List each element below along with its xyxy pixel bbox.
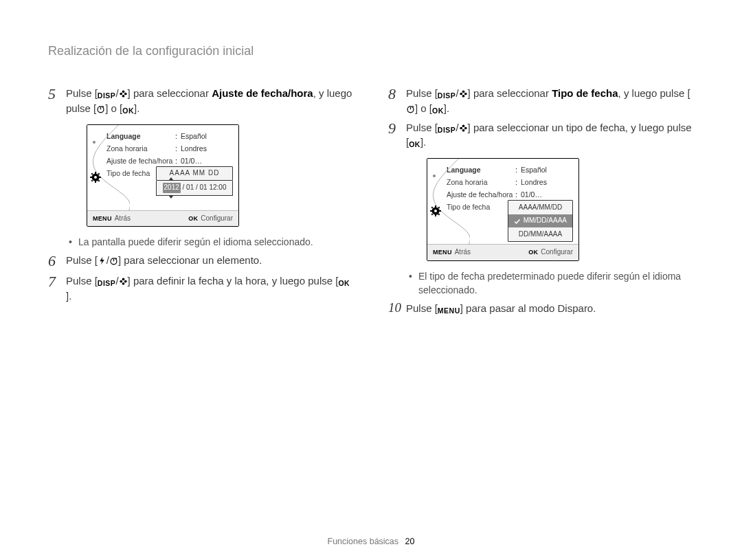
flash-icon [98,254,106,263]
text: ] para definir la fecha y la hora, y lue… [128,275,339,287]
svg-point-23 [124,280,126,283]
svg-point-3 [124,93,126,96]
value: Londres [521,177,547,188]
svg-point-25 [462,90,464,93]
back-hint: MENUAtrás [433,247,471,258]
svg-rect-13 [90,177,92,178]
step-6: 6 Pulse [/] para seleccionar un elemento… [48,253,354,269]
svg-point-27 [460,93,462,96]
lcd-row: Zona horaria:Londres [447,177,572,189]
svg-point-2 [120,93,122,96]
label: Configurar [541,248,573,256]
two-column-layout: 5 Pulse [DISP/] para seleccionar Ajuste … [48,82,694,320]
label: Ajuste de fecha/hora [106,156,175,166]
step-9: 9 Pulse [DISP/] para seleccionar un tipo… [388,120,694,150]
step-number: 10 [388,301,406,315]
svg-point-0 [122,90,124,93]
timer-icon [96,102,105,111]
label: Ajuste de fecha/hora [447,190,515,200]
flower-icon [459,122,468,131]
svg-point-32 [462,128,464,131]
label: Zona horaria [106,144,175,154]
text: ] o [ [105,102,122,114]
svg-rect-15 [91,172,93,175]
page-title: Realización de la configuración inicial [48,44,694,58]
check-icon [514,217,521,224]
flower-icon [459,87,468,96]
svg-rect-17 [91,179,93,181]
svg-point-37 [433,175,436,177]
svg-point-35 [462,127,464,129]
text: , y luego pulse [ [618,87,690,99]
note-text: El tipo de fecha predeterminado puede di… [418,269,694,298]
disp-key-icon: DISP [438,126,456,134]
page-number: 20 [405,537,415,546]
label: Atrás [455,248,471,256]
svg-point-34 [464,126,466,129]
lcd-footer: MENUAtrás OKConfigurar [427,244,578,260]
ok-key-icon: OK [432,107,444,115]
text: Pulse [ [406,122,438,133]
gear-icon [90,172,101,183]
left-column: 5 Pulse [DISP/] para seleccionar Ajuste … [48,82,354,320]
lcd-screen-type: Language:Español Zona horaria:Londres Aj… [427,158,579,261]
value: 01/0… [521,190,542,200]
step-number: 7 [48,273,66,290]
svg-point-40 [434,210,437,212]
svg-point-29 [462,93,464,95]
text: ] o [ [415,102,432,114]
step-7: 7 Pulse [DISP/] para definir la fecha y … [48,273,354,304]
text: ]. [420,136,426,148]
svg-point-31 [462,124,464,127]
option-selected: MM/DD/AAAA [508,214,572,228]
step-text: Pulse [DISP/] para seleccionar Tipo de f… [406,86,694,116]
note-text: La pantalla puede diferir según el idiom… [78,235,313,249]
timer-icon [109,254,118,263]
svg-point-33 [460,126,462,129]
manual-page: Realización de la configuración inicial … [0,0,742,560]
note-bullet: • La pantalla puede diferir según el idi… [69,235,354,249]
date-value: 2012 / 01 / 01 12:00 [156,181,233,196]
disp-key-icon: DISP [98,280,116,287]
step-number: 5 [48,86,66,102]
text: ] para seleccionar un elemento. [118,254,262,266]
option: AAAA/MM/DD [508,201,572,214]
disp-key-icon: DISP [438,92,456,100]
chevron-up-icon [169,177,173,180]
right-column: 8 Pulse [DISP/] para seleccionar Tipo de… [388,82,694,320]
step-text: Pulse [MENU] para pasar al modo Disparo. [406,301,694,316]
svg-rect-43 [430,210,432,212]
svg-rect-44 [439,210,441,212]
svg-rect-47 [431,214,434,216]
text: ]. [444,102,449,114]
label: Language [106,131,175,142]
set-hint: OKConfigurar [528,247,573,258]
menu-key-icon: MENU [93,215,112,222]
text: Pulse [ [66,254,98,266]
ok-key-icon: OK [528,249,538,256]
svg-rect-46 [438,207,440,209]
svg-point-21 [122,282,124,285]
text: ] para seleccionar [468,87,552,99]
svg-point-4 [122,93,124,95]
lcd-screen-date: Language:Español Zona horaria:Londres Aj… [87,124,239,227]
ok-key-icon: OK [338,280,350,287]
label: Atrás [115,214,131,222]
label: Zona horaria [447,177,515,188]
step-text: Pulse [DISP/] para seleccionar un tipo d… [406,120,694,150]
note-bullet: • El tipo de fecha predeterminado puede … [409,269,694,298]
lcd-row: Zona horaria:Londres [106,143,232,155]
section-name: Funciones básicas [328,537,399,546]
label: Tipo de fecha [447,202,515,212]
svg-point-24 [122,281,124,283]
value: Londres [181,144,207,154]
svg-point-10 [94,176,97,179]
option: DD/MM/AAAA [508,227,572,241]
value: Español [521,165,547,175]
svg-point-22 [120,280,122,283]
lcd-footer: MENUAtrás OKConfigurar [87,210,238,227]
svg-point-26 [462,95,464,98]
flower-icon [119,87,128,96]
step-10: 10 Pulse [MENU] para pasar al modo Dispa… [388,301,694,316]
type-popup: AAAA/MM/DD MM/DD/AAAA DD/MM/AAAA [508,200,573,242]
